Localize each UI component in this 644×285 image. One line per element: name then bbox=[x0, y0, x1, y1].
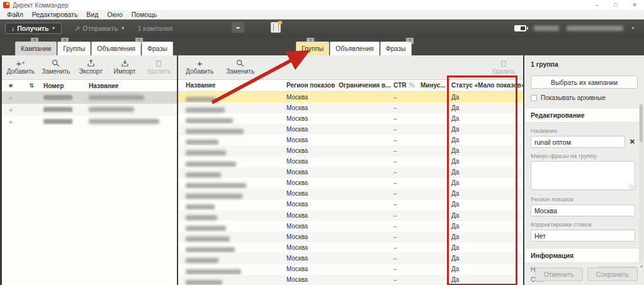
account-toggle-icon[interactable] bbox=[514, 25, 526, 31]
table-row[interactable]: ★ bbox=[2, 92, 177, 104]
ctr-cell: – bbox=[393, 223, 397, 230]
bid-adjustments-input[interactable] bbox=[531, 230, 635, 242]
table-row[interactable]: Москва–Да bbox=[178, 124, 523, 135]
scroll-down-icon[interactable]: ▼ bbox=[640, 265, 643, 269]
region-input[interactable] bbox=[531, 204, 635, 216]
tab-phrases[interactable]: Фразы bbox=[380, 42, 412, 55]
table-row[interactable]: Москва–Да bbox=[178, 264, 523, 275]
get-button[interactable]: ↓ Получить ▼ bbox=[5, 23, 62, 34]
ctr-cell: – bbox=[393, 212, 397, 219]
campaigns-table-header: ★ ⇅ Номер Название bbox=[2, 80, 177, 92]
campaigns-panel: +▼ Добавить Заменить Экспорт Импорт bbox=[0, 55, 178, 285]
menu-edit[interactable]: Редактировать bbox=[28, 10, 82, 20]
column-ctr[interactable]: CTR bbox=[393, 82, 407, 89]
plus-icon: + bbox=[16, 59, 21, 67]
export-button[interactable]: Экспорт bbox=[80, 59, 101, 75]
table-row[interactable]: Москва–Да bbox=[178, 275, 523, 285]
column-name[interactable]: Название bbox=[186, 82, 215, 89]
ctr-cell: – bbox=[393, 276, 397, 283]
state-column-icon[interactable]: ⇅ bbox=[20, 82, 43, 89]
replace-button[interactable]: Заменить bbox=[226, 59, 254, 75]
send-button[interactable]: ↗ Отправить ▼ bbox=[74, 25, 125, 32]
column-region[interactable]: Регион показов bbox=[286, 82, 335, 89]
table-row[interactable]: ★ bbox=[2, 116, 177, 128]
region-cell: Москва bbox=[286, 201, 308, 208]
tab-groups-left[interactable]: Группы bbox=[57, 42, 91, 55]
campaign-count: 1 кампания bbox=[138, 25, 173, 32]
delete-button[interactable]: Удалить bbox=[492, 59, 516, 75]
tab-groups[interactable]: Группы bbox=[296, 42, 329, 55]
show-archived-row[interactable]: Показывать архивные bbox=[531, 94, 638, 101]
ctr-cell: – bbox=[393, 190, 397, 197]
import-button[interactable]: Импорт bbox=[114, 59, 135, 75]
tab-phrases-left[interactable]: Фразы bbox=[142, 42, 173, 55]
table-row[interactable]: Москва–Да bbox=[178, 210, 523, 221]
status-cell: Да bbox=[451, 276, 459, 283]
table-row[interactable]: Москва–Да bbox=[178, 135, 523, 145]
column-ctr-pct: % bbox=[409, 82, 415, 89]
table-row[interactable]: Москва–Да bbox=[178, 103, 523, 113]
replace-button[interactable]: Заменить bbox=[45, 59, 67, 75]
table-row[interactable]: Москва–Да bbox=[178, 167, 523, 178]
table-row[interactable]: Москва–Да bbox=[178, 189, 523, 199]
clear-icon[interactable]: ✕ bbox=[630, 138, 635, 145]
export-icon bbox=[87, 59, 95, 67]
delete-button-label: Удалить bbox=[147, 68, 171, 75]
table-row[interactable]: Москва–Да bbox=[178, 242, 523, 253]
table-row[interactable]: Москва–Да bbox=[178, 199, 523, 210]
column-limits[interactable]: Ограничения в... bbox=[339, 82, 390, 89]
maximize-button[interactable]: □ bbox=[606, 0, 625, 10]
table-row[interactable]: Москва–Да bbox=[178, 157, 523, 167]
close-button[interactable]: ✕ bbox=[625, 0, 644, 10]
star-icon[interactable]: ★ bbox=[2, 119, 20, 125]
send-button-label: Отправить bbox=[82, 25, 118, 32]
table-row[interactable]: Москва–Да bbox=[178, 253, 523, 264]
minus-phrases-textarea[interactable] bbox=[531, 161, 635, 190]
plus-icon: + bbox=[197, 59, 203, 67]
region-cell: Москва bbox=[286, 126, 308, 133]
add-button[interactable]: +▼ Добавить bbox=[9, 59, 32, 75]
tab-ads-left[interactable]: Объявления bbox=[91, 42, 141, 55]
star-icon[interactable]: ★ bbox=[2, 95, 20, 101]
table-row[interactable]: Москва–Да bbox=[178, 92, 523, 103]
region-cell: Москва bbox=[286, 190, 308, 197]
column-status-few-impressions[interactable]: Статус «Мало показов» bbox=[451, 82, 523, 89]
ctr-cell: – bbox=[393, 169, 397, 176]
notifications-icon[interactable] bbox=[271, 22, 281, 33]
editing-section-header: Редактирование ▲ bbox=[524, 108, 639, 123]
tab-ads[interactable]: Объявления bbox=[330, 42, 380, 55]
app-logo-icon bbox=[3, 2, 9, 8]
minimize-button[interactable]: – bbox=[587, 0, 606, 10]
table-row[interactable]: Москва–Да bbox=[178, 221, 523, 232]
tab-campaigns[interactable]: Кампании bbox=[15, 42, 57, 55]
group-name-input[interactable] bbox=[531, 136, 625, 148]
menu-help[interactable]: Помощь bbox=[127, 10, 162, 20]
table-row[interactable]: Москва–Да bbox=[178, 145, 523, 156]
save-button[interactable]: Сохранить bbox=[587, 267, 638, 281]
column-minus[interactable]: Минус... bbox=[421, 82, 446, 89]
chevron-down-icon[interactable]: ▼ bbox=[631, 26, 635, 30]
table-row[interactable]: Москва–Да bbox=[178, 178, 523, 189]
select-campaigns-button[interactable]: Выбрать их кампании bbox=[531, 75, 638, 89]
add-button[interactable]: + Добавить bbox=[186, 59, 213, 75]
menu-view[interactable]: Вид bbox=[82, 10, 103, 20]
show-archived-checkbox[interactable] bbox=[531, 95, 537, 101]
status-cell: Да bbox=[451, 201, 459, 208]
replace-button-label: Заменить bbox=[226, 68, 254, 75]
region-cell: Москва bbox=[286, 94, 308, 101]
table-row[interactable]: Москва–Да bbox=[178, 232, 523, 242]
ctr-cell: – bbox=[393, 255, 397, 262]
redacted-name bbox=[89, 94, 177, 101]
delete-button[interactable]: Удалить bbox=[148, 59, 169, 75]
menu-file[interactable]: Файл bbox=[3, 10, 28, 20]
collapse-panels-icon[interactable]: ◂▸ bbox=[232, 22, 244, 33]
right-panel-scrollbar[interactable] bbox=[639, 103, 643, 264]
column-name[interactable]: Название bbox=[89, 82, 177, 89]
cancel-button[interactable]: Отменить bbox=[535, 267, 583, 281]
table-row[interactable]: ★ bbox=[2, 104, 177, 116]
menu-window[interactable]: Окно bbox=[103, 10, 127, 20]
column-number[interactable]: Номер bbox=[43, 82, 89, 89]
table-row[interactable]: Москва–Да bbox=[178, 113, 523, 124]
star-icon[interactable]: ★ bbox=[2, 107, 20, 113]
star-column-icon[interactable]: ★ bbox=[2, 82, 20, 89]
